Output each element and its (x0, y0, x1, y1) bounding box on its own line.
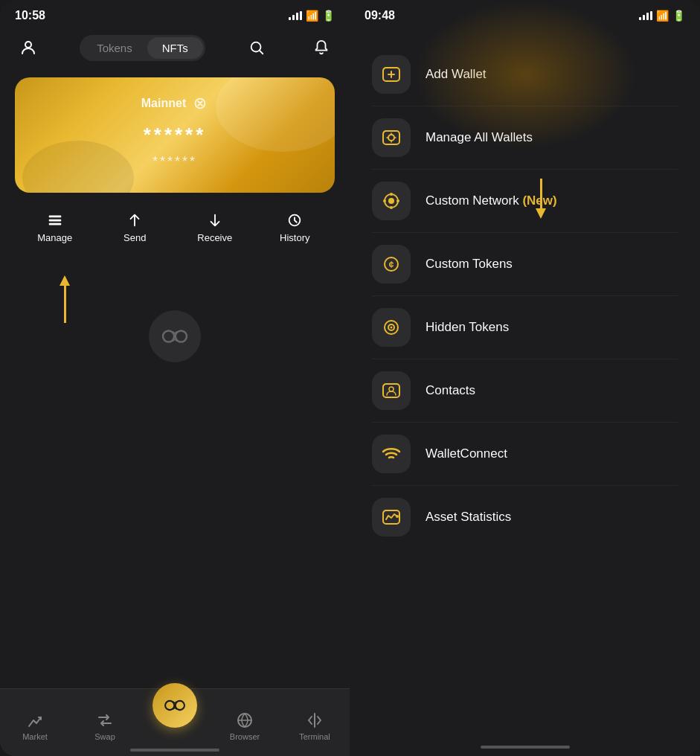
svg-point-0 (25, 42, 31, 48)
status-bar-right: 09:48 📶 🔋 (350, 0, 700, 28)
svg-point-15 (388, 198, 394, 204)
nav-browser[interactable]: Browser (222, 711, 267, 741)
time-left: 10:58 (15, 9, 45, 22)
menu-item-add-wallet[interactable]: Add Wallet (372, 43, 678, 106)
svg-point-17 (390, 206, 393, 209)
asset-statistics-label: Asset Statistics (426, 510, 511, 525)
svg-point-19 (396, 199, 399, 202)
signal-icon-left (289, 11, 302, 20)
action-history[interactable]: History (272, 212, 317, 243)
menu-item-custom-network[interactable]: Custom Network (New) (372, 170, 678, 233)
battery-icon-right: 🔋 (672, 10, 685, 22)
status-icons-left: 📶 🔋 (289, 10, 335, 22)
right-phone: 09:48 📶 🔋 Add Wallet (350, 0, 700, 756)
menu-item-contacts[interactable]: Contacts (372, 359, 678, 423)
top-nav-left: Tokens NFTs (0, 28, 350, 70)
svg-rect-2 (49, 216, 62, 218)
menu-item-custom-tokens[interactable]: ¢ Custom Tokens (372, 233, 678, 296)
arrow-manage (60, 275, 70, 323)
notification-icon[interactable] (308, 34, 335, 61)
svg-point-13 (388, 135, 394, 141)
left-phone: 10:58 📶 🔋 Tokens NFTs (0, 0, 350, 756)
status-bar-left: 10:58 📶 🔋 (0, 0, 350, 28)
svg-text:¢: ¢ (389, 260, 394, 270)
center-logo-button[interactable] (152, 683, 197, 728)
bottom-nav: Market Swap (0, 688, 350, 756)
home-indicator-left (130, 749, 219, 752)
time-right: 09:48 (365, 9, 395, 22)
status-icons-right: 📶 🔋 (639, 10, 685, 22)
menu-item-hidden-tokens[interactable]: Hidden Tokens (372, 296, 678, 359)
nav-terminal[interactable]: Terminal (292, 711, 337, 741)
contacts-label: Contacts (426, 383, 475, 398)
svg-point-28 (396, 515, 399, 518)
hidden-tokens-icon-wrap (372, 308, 411, 347)
add-wallet-label: Add Wallet (426, 67, 487, 82)
custom-network-icon-wrap (372, 182, 411, 220)
custom-tokens-label: Custom Tokens (426, 257, 513, 272)
wifi-icon-left: 📶 (306, 10, 318, 22)
nft-placeholder (0, 310, 350, 362)
svg-point-26 (389, 387, 394, 391)
action-bar: Manage Send Receive History (0, 200, 350, 251)
action-manage[interactable]: Manage (33, 212, 77, 243)
nav-swap[interactable]: Swap (83, 711, 127, 741)
manage-all-wallets-label: Manage All Wallets (426, 130, 533, 145)
custom-tokens-icon-wrap: ¢ (372, 245, 411, 284)
menu-list: Add Wallet Manage All Wallets (350, 43, 700, 548)
svg-point-18 (383, 199, 386, 202)
nft-logo (149, 310, 201, 362)
tab-tokens[interactable]: Tokens (82, 37, 147, 59)
nav-center-logo[interactable] (152, 683, 197, 728)
manage-wallets-icon-wrap (372, 118, 411, 157)
svg-point-24 (391, 327, 393, 329)
tab-nfts[interactable]: NFTs (147, 37, 203, 59)
arrow-manage-all-wallets (536, 179, 546, 219)
nav-tabs: Tokens NFTs (80, 35, 205, 61)
wifi-icon-right: 📶 (656, 10, 669, 22)
wallet-card[interactable]: Mainnet ****** ****** (15, 77, 335, 193)
asset-statistics-icon-wrap (372, 498, 411, 536)
home-indicator-right (481, 746, 570, 749)
search-icon[interactable] (243, 34, 270, 61)
menu-item-asset-statistics[interactable]: Asset Statistics (372, 486, 678, 548)
menu-item-manage-all-wallets[interactable]: Manage All Wallets (372, 106, 678, 170)
wallet-connect-icon-wrap (372, 435, 411, 473)
action-send[interactable]: Send (112, 212, 157, 243)
wallet-network: Mainnet (30, 95, 320, 112)
signal-icon-right (639, 11, 652, 20)
add-wallet-icon-wrap (372, 55, 411, 94)
nav-market[interactable]: Market (13, 711, 57, 741)
battery-icon-left: 🔋 (322, 10, 335, 22)
profile-icon[interactable] (15, 34, 42, 61)
svg-rect-25 (383, 384, 399, 397)
contacts-icon-wrap (372, 371, 411, 410)
action-receive[interactable]: Receive (193, 212, 237, 243)
hidden-tokens-label: Hidden Tokens (426, 320, 509, 335)
wallet-connect-label: WalletConnect (426, 446, 507, 461)
menu-item-wallet-connect[interactable]: WalletConnect (372, 423, 678, 486)
svg-point-16 (390, 193, 393, 196)
svg-rect-4 (49, 223, 62, 225)
wallet-address: ****** (30, 154, 320, 170)
wallet-balance: ****** (30, 124, 320, 147)
svg-rect-3 (49, 220, 62, 222)
